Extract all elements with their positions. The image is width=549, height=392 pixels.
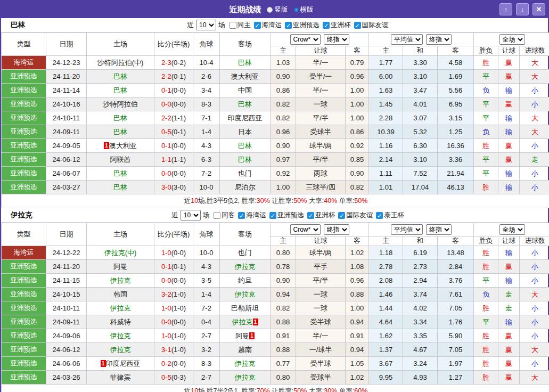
home-team-name: 阿曼 xyxy=(113,263,127,271)
odds-company-group: Crow*终指 xyxy=(271,33,369,46)
full-match-group: 全场 xyxy=(474,223,549,236)
league-filter[interactable]: ✓亚洲预选 xyxy=(269,211,304,220)
checkbox-checked-icon[interactable]: ✓ xyxy=(338,212,345,219)
league-filter[interactable]: ✓海湾运 xyxy=(254,21,282,30)
average-odds-selects: 平均值终指 xyxy=(369,34,473,45)
summary-segment: 30% xyxy=(257,197,270,205)
league-filter[interactable]: ✓亚洲预选 xyxy=(285,21,319,30)
away-team-name: 阿曼 xyxy=(235,332,249,340)
home-team-name: 巴林 xyxy=(113,128,127,136)
result-handicap: 输 xyxy=(498,246,520,260)
average-select[interactable]: 平均值 xyxy=(391,224,423,235)
checkbox-checked-icon[interactable]: ✓ xyxy=(254,22,261,29)
company-select[interactable]: Crow* xyxy=(290,224,321,235)
halftime-score: (0-0) xyxy=(171,276,186,284)
checkbox-unchecked-icon[interactable] xyxy=(214,212,220,219)
recent-count-select[interactable]: 10 xyxy=(196,20,216,30)
summary-segment: 50% xyxy=(293,387,307,392)
avg-draw: 7.52 xyxy=(403,167,438,181)
away-team-name: 印度尼西亚 xyxy=(228,114,263,122)
score-cell: 0-0(0-0) xyxy=(154,315,193,329)
odds-time-select[interactable]: 终指 xyxy=(324,34,349,45)
away-team-name: 巴林 xyxy=(238,59,252,67)
avg-draw: 3.47 xyxy=(403,84,438,97)
sub-col-header: 主 xyxy=(369,46,403,56)
radio-selected-icon[interactable] xyxy=(294,8,298,12)
home-team-name: 伊拉克(中) xyxy=(104,249,137,257)
checkbox-checked-icon[interactable]: ✓ xyxy=(269,212,276,219)
match-date: 24-11-20 xyxy=(46,70,87,84)
away-team-name: 伊拉克 xyxy=(235,290,256,298)
corner-score: 2-7 xyxy=(193,329,220,343)
odds-home: 0.91 xyxy=(271,329,296,343)
same-side-filter[interactable]: 同主 xyxy=(230,21,251,30)
home-team: 巴林 xyxy=(87,84,154,97)
team-section-2: 伊拉克近10场同客✓海湾运✓亚洲预选✓亚洲杯✓国际友谊✓泰王杯类型日期主场比分(… xyxy=(1,208,548,392)
checkbox-checked-icon[interactable]: ✓ xyxy=(285,22,292,29)
sub-col-header: 胜负 xyxy=(474,46,498,56)
company-select[interactable]: Crow* xyxy=(290,34,321,45)
average-select[interactable]: 平均值 xyxy=(391,34,423,45)
radio-icon[interactable] xyxy=(267,7,273,13)
col-header-1: 日期 xyxy=(46,223,87,246)
recent-count-select[interactable]: 10 xyxy=(181,210,201,220)
match-row: 亚洲预选24-06-061印度尼西亚0-2(0-0)8-3伊拉克0.77受半球1… xyxy=(2,357,549,371)
score-cell: 0-1(0-0) xyxy=(154,84,193,97)
arrow-down-icon: ↓ xyxy=(521,5,525,13)
checkbox-checked-icon[interactable]: ✓ xyxy=(376,212,383,219)
layout-vertical-option[interactable]: 竖版 xyxy=(267,5,288,14)
result-handicap: 输 xyxy=(498,125,520,139)
avg-home: 2.08 xyxy=(369,274,403,288)
fulltime-score: 2-2 xyxy=(161,72,171,80)
league-filter[interactable]: ✓亚洲杯 xyxy=(323,21,351,30)
score-cell: 0-0(0-0) xyxy=(154,274,193,288)
match-row: 亚洲预选24-06-12阿联酋1-1(1-1)6-3巴林0.97平/半0.852… xyxy=(2,153,549,167)
close-icon: ✕ xyxy=(536,5,542,13)
checkbox-checked-icon[interactable]: ✓ xyxy=(354,22,361,29)
result-handicap: 赢 xyxy=(498,357,520,371)
summary-segment: 场,胜3平5负2, 胜率: xyxy=(198,197,257,205)
odds-time-select[interactable]: 终指 xyxy=(324,224,349,235)
odds-home: 0.80 xyxy=(271,371,296,385)
match-date: 24-10-15 xyxy=(46,288,87,301)
odds-home: 0.82 xyxy=(271,111,296,125)
close-button[interactable]: ✕ xyxy=(532,3,545,15)
down-button[interactable]: ↓ xyxy=(516,3,529,15)
layout-horizontal-option[interactable]: 横版 xyxy=(294,5,314,14)
checkbox-checked-icon[interactable]: ✓ xyxy=(307,212,314,219)
up-button[interactable]: ↑ xyxy=(499,3,512,15)
odds-away: 1.02 xyxy=(346,371,369,385)
result-handicap: 输 xyxy=(498,84,520,97)
sub-col-header: 主 xyxy=(271,46,296,56)
sub-col-header: 让球 xyxy=(498,236,520,246)
odds-away: 0.90 xyxy=(346,167,369,181)
corner-score: 2-7 xyxy=(193,371,220,385)
checkbox-checked-icon[interactable]: ✓ xyxy=(323,22,330,29)
avg-away: 3.15 xyxy=(438,111,474,125)
league-filter[interactable]: ✓海湾运 xyxy=(238,211,266,220)
full-match-select[interactable]: 全场 xyxy=(499,224,525,235)
competition-type-badge: 亚洲预选 xyxy=(2,153,46,167)
odds-away: 0.86 xyxy=(346,125,369,139)
league-label: 国际友谊 xyxy=(362,21,389,30)
filters-group: 近10场同客✓海湾运✓亚洲预选✓亚洲杯✓国际友谊✓泰王杯 xyxy=(171,210,404,220)
league-filter[interactable]: ✓泰王杯 xyxy=(376,211,404,220)
match-row: 亚洲预选24-09-11巴林0-5(0-1)1-4日本0.96受球半0.8610… xyxy=(2,125,549,139)
same-side-filter[interactable]: 同客 xyxy=(214,211,235,220)
avg-time-select[interactable]: 终指 xyxy=(426,224,452,235)
checkbox-checked-icon[interactable]: ✓ xyxy=(238,212,245,219)
filter-row: 巴林近10场同主✓海湾运✓亚洲预选✓亚洲杯✓国际友谊 xyxy=(1,18,548,32)
result-goals: 小 xyxy=(520,357,549,371)
match-date: 24-10-16 xyxy=(46,97,87,111)
avg-draw: 4.02 xyxy=(403,301,438,315)
full-match-select[interactable]: 全场 xyxy=(499,34,525,45)
halftime-score: (1-0) xyxy=(171,346,186,354)
avg-time-select[interactable]: 终指 xyxy=(426,34,452,45)
checkbox-unchecked-icon[interactable] xyxy=(230,22,236,29)
odds-away: 0.85 xyxy=(346,153,369,167)
league-filter[interactable]: ✓国际友谊 xyxy=(338,211,373,220)
odds-handicap: 三球半/四 xyxy=(296,181,346,194)
league-filter[interactable]: ✓亚洲杯 xyxy=(307,211,335,220)
result-winloss: 负 xyxy=(474,84,498,97)
league-filter[interactable]: ✓国际友谊 xyxy=(354,21,389,30)
